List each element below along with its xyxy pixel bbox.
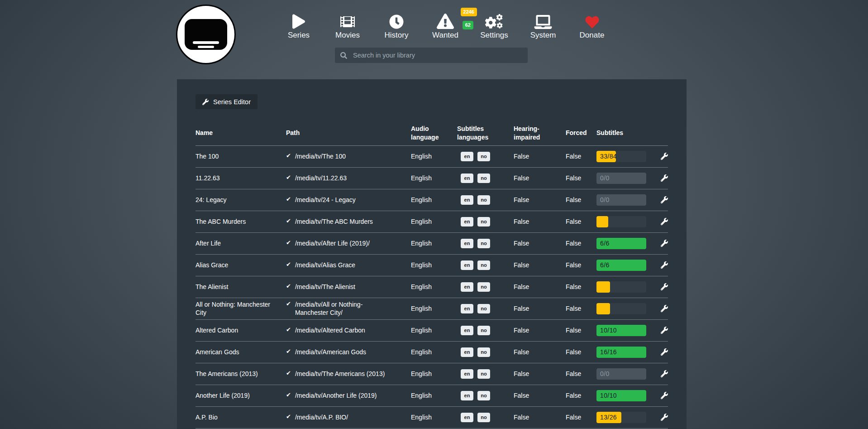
series-path: ✔ /media/tv/A.P. BIO/ [286, 413, 411, 421]
series-path: ✔ /media/tv/All or Nothing- Manchester C… [286, 300, 411, 317]
wrench-icon [661, 392, 668, 399]
series-path: ✔ /media/tv/The 100 [286, 152, 411, 160]
subtitles-languages: enno [457, 195, 514, 205]
audio-language: English [411, 414, 457, 421]
edit-series-button[interactable] [661, 240, 668, 247]
series-path: ✔ /media/tv/Another Life (2019) [286, 391, 411, 400]
clock-icon [389, 11, 404, 29]
hearing-impaired-value: False [514, 261, 566, 269]
edit-series-button[interactable] [661, 174, 668, 182]
table-row: The Americans (2013) ✔ /media/tv/The Ame… [196, 363, 668, 385]
language-badge: no [477, 152, 490, 161]
forced-value: False [566, 392, 596, 399]
edit-series-button[interactable] [661, 327, 668, 334]
series-name[interactable]: The ABC Murders [196, 217, 286, 226]
subtitles-progress: 10/10 [596, 325, 654, 336]
nav-item-settings[interactable]: Settings [470, 11, 519, 40]
edit-series-button[interactable] [661, 261, 668, 269]
wrench-icon [202, 99, 209, 105]
edit-series-button[interactable] [661, 414, 668, 421]
search-input[interactable] [352, 51, 522, 59]
nav-label: History [385, 31, 409, 40]
language-badge: en [461, 174, 473, 183]
wrench-icon [661, 348, 668, 356]
nav-item-system[interactable]: System [519, 11, 568, 40]
forced-value: False [566, 218, 596, 225]
subtitles-progress-fill [596, 281, 610, 293]
subtitles-progress [596, 303, 654, 314]
subtitles-progress: 0/0 [596, 194, 654, 206]
language-badge: no [477, 391, 490, 400]
hearing-impaired-value: False [514, 348, 566, 356]
series-name[interactable]: The 100 [196, 152, 286, 160]
edit-series-button[interactable] [661, 392, 668, 399]
edit-series-button[interactable] [661, 196, 668, 203]
edit-series-button[interactable] [661, 153, 668, 160]
header-path: Path [286, 129, 411, 137]
series-name[interactable]: Alias Grace [196, 261, 286, 269]
check-icon: ✔ [286, 391, 291, 399]
nav-item-donate[interactable]: Donate [568, 11, 616, 40]
subtitles-languages: enno [457, 152, 514, 161]
forced-value: False [566, 153, 596, 160]
nav-item-wanted[interactable]: Wanted 2246 62 [421, 11, 470, 40]
check-icon: ✔ [286, 370, 291, 377]
series-path: ✔ /media/tv/Altered Carbon [286, 326, 411, 334]
audio-language: English [411, 174, 457, 182]
edit-series-button[interactable] [661, 218, 668, 225]
language-badge: en [461, 152, 473, 161]
language-badge: en [461, 195, 473, 205]
series-editor-button[interactable]: Series Editor [196, 94, 258, 109]
series-name[interactable]: Another Life (2019) [196, 391, 286, 400]
header-name: Name [196, 129, 286, 137]
series-name[interactable]: Altered Carbon [196, 326, 286, 334]
series-name[interactable]: After Life [196, 239, 286, 247]
language-badge: no [477, 369, 490, 379]
edit-series-button[interactable] [661, 305, 668, 312]
subtitles-languages: enno [457, 217, 514, 227]
language-badge: en [461, 413, 473, 422]
series-path: ✔ /media/tv/24 - Legacy [286, 196, 411, 204]
series-path-text: /media/tv/American Gods [295, 348, 366, 356]
nav-label: System [530, 31, 556, 40]
subtitles-progress-bar [596, 303, 646, 314]
audio-language: English [411, 261, 457, 269]
series-table-body: The 100 ✔ /media/tv/The 100 English enno… [196, 146, 668, 429]
series-path-text: /media/tv/The 100 [295, 152, 346, 160]
wrench-icon [661, 240, 668, 247]
subtitles-languages: enno [457, 413, 514, 422]
check-icon: ✔ [286, 217, 291, 225]
check-icon: ✔ [286, 261, 291, 269]
nav-label: Settings [480, 31, 508, 40]
language-badge: no [477, 347, 490, 357]
series-name[interactable]: American Gods [196, 348, 286, 356]
language-badge: no [477, 174, 490, 183]
edit-series-button[interactable] [661, 348, 668, 356]
series-name[interactable]: 24: Legacy [196, 196, 286, 204]
nav-item-history[interactable]: History [372, 11, 421, 40]
check-icon: ✔ [286, 326, 291, 334]
nav-item-movies[interactable]: Movies [323, 11, 372, 40]
edit-series-button[interactable] [661, 370, 668, 377]
audio-language: English [411, 240, 457, 247]
audio-language: English [411, 370, 457, 377]
series-name[interactable]: All or Nothing: Manchester City [196, 300, 286, 317]
series-name[interactable]: The Alienist [196, 283, 286, 291]
gears-icon [485, 11, 504, 29]
series-name[interactable]: A.P. Bio [196, 413, 286, 421]
subtitles-progress: 33/84 [596, 151, 654, 162]
table-row: Another Life (2019) ✔ /media/tv/Another … [196, 385, 668, 407]
wrench-icon [661, 153, 668, 160]
edit-series-button[interactable] [661, 283, 668, 290]
bazarr-logo[interactable] [176, 5, 236, 64]
table-row: 11.22.63 ✔ /media/tv/11.22.63 English en… [196, 168, 668, 189]
nav-item-series[interactable]: Series [274, 11, 323, 40]
series-name[interactable]: 11.22.63 [196, 174, 286, 182]
hearing-impaired-value: False [514, 218, 566, 225]
laptop-icon [534, 11, 552, 29]
check-icon: ✔ [286, 239, 291, 247]
audio-language: English [411, 283, 457, 290]
series-name[interactable]: The Americans (2013) [196, 370, 286, 378]
language-badge: en [461, 347, 473, 357]
series-path-text: /media/tv/All or Nothing- Manchester Cit… [295, 300, 397, 317]
